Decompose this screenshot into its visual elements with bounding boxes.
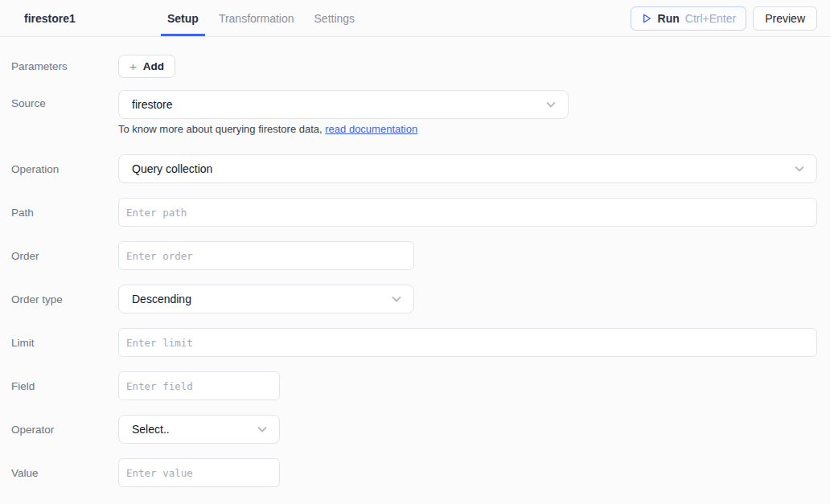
- query-editor-header: firestore1 Setup Transformation Settings…: [0, 0, 830, 37]
- chevron-down-icon: [793, 162, 806, 175]
- tab-settings[interactable]: Settings: [308, 0, 362, 36]
- source-help-text: To know more about querying firestore da…: [118, 123, 817, 135]
- tab-setup[interactable]: Setup: [161, 0, 205, 36]
- limit-input[interactable]: [118, 328, 817, 357]
- read-documentation-link[interactable]: read documentation: [325, 123, 417, 135]
- run-button[interactable]: Run Ctrl+Enter: [631, 6, 747, 31]
- operator-select-value: Select..: [132, 423, 170, 436]
- header-actions: Run Ctrl+Enter Preview: [631, 0, 817, 36]
- query-setup-form: Parameters + Add Source firestore To kno…: [0, 37, 830, 487]
- source-label: Source: [11, 90, 118, 109]
- order-label: Order: [11, 250, 118, 262]
- run-button-label: Run: [658, 12, 680, 25]
- run-shortcut-hint: Ctrl+Enter: [685, 12, 736, 25]
- chevron-down-icon: [390, 293, 403, 305]
- field-input[interactable]: [118, 371, 280, 400]
- path-input[interactable]: [118, 198, 817, 227]
- order-input[interactable]: [118, 241, 414, 270]
- operator-select[interactable]: Select..: [118, 415, 280, 444]
- add-parameter-label: Add: [143, 60, 164, 72]
- operation-select-value: Query collection: [132, 162, 212, 175]
- operation-label: Operation: [11, 163, 118, 175]
- tab-transformation[interactable]: Transformation: [212, 0, 301, 36]
- value-input[interactable]: [118, 458, 280, 487]
- value-label: Value: [11, 467, 118, 479]
- tab-bar: Setup Transformation Settings: [161, 0, 368, 36]
- source-select-value: firestore: [132, 98, 173, 111]
- field-label: Field: [11, 380, 118, 392]
- order-type-label: Order type: [11, 293, 118, 305]
- query-title: firestore1: [24, 0, 161, 36]
- play-icon: [641, 13, 652, 24]
- order-type-select[interactable]: Descending: [118, 285, 414, 313]
- operator-label: Operator: [11, 424, 118, 436]
- chevron-down-icon: [256, 423, 269, 436]
- chevron-down-icon: [544, 98, 557, 111]
- path-label: Path: [11, 207, 118, 219]
- preview-button[interactable]: Preview: [753, 6, 817, 31]
- source-help-prefix: To know more about querying firestore da…: [118, 123, 325, 135]
- source-select[interactable]: firestore: [118, 90, 569, 119]
- parameters-label: Parameters: [11, 60, 118, 72]
- plus-icon: +: [129, 60, 137, 72]
- limit-label: Limit: [11, 337, 118, 349]
- add-parameter-button[interactable]: + Add: [118, 55, 175, 78]
- operation-select[interactable]: Query collection: [118, 154, 817, 183]
- order-type-select-value: Descending: [132, 293, 191, 305]
